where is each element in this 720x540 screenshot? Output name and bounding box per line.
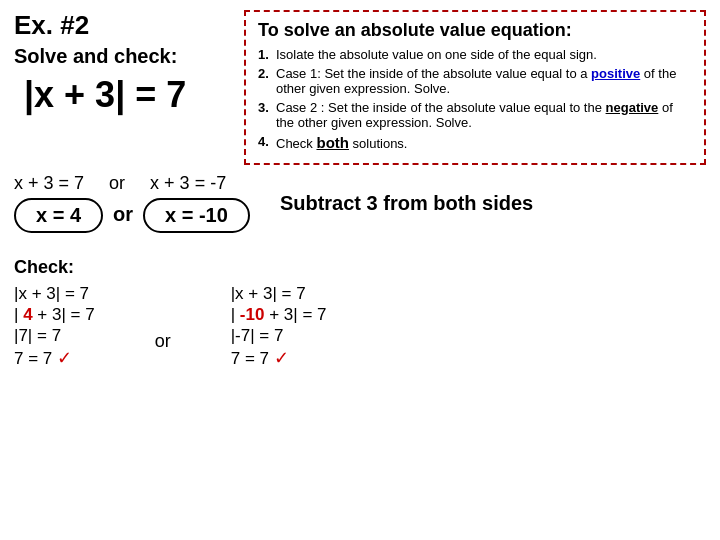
or-word-check: or xyxy=(155,331,171,352)
ex-title: Ex. #2 xyxy=(14,10,234,41)
page: Ex. #2 Solve and check: |x + 3| = 7 To s… xyxy=(0,0,720,540)
check-col-2: |x + 3| = 7 | -10 + 3| = 7 |-7| = 7 7 = … xyxy=(231,284,327,369)
top-section: Ex. #2 Solve and check: |x + 3| = 7 To s… xyxy=(14,10,706,165)
instruction-item-4: 4. Check both solutions. xyxy=(258,134,692,151)
both-word: both xyxy=(316,134,348,151)
step-text-3: Case 2 : Set the inside of the absolute … xyxy=(276,100,692,130)
or-word-solution: or xyxy=(109,173,125,193)
step-text-2: Case 1: Set the inside of the absolute v… xyxy=(276,66,692,96)
check-row-1-2: | 4 + 3| = 7 xyxy=(14,305,95,325)
instruction-box: To solve an absolute value equation: 1. … xyxy=(244,10,706,165)
check-row-1-1: |x + 3| = 7 xyxy=(14,284,95,304)
step-num-3: 3. xyxy=(258,100,272,130)
solution-line1: x + 3 = 7 or x + 3 = -7 xyxy=(14,173,250,194)
check-row-2-3: |-7| = 7 xyxy=(231,326,327,346)
left-column: Ex. #2 Solve and check: |x + 3| = 7 xyxy=(14,10,234,116)
checkmark-2: ✓ xyxy=(274,348,289,368)
check-body: |x + 3| = 7 | 4 + 3| = 7 |7| = 7 7 = 7 ✓… xyxy=(14,284,706,369)
case1-equation: x + 3 = 7 xyxy=(14,173,84,193)
or-word-oval: or xyxy=(113,203,133,226)
instruction-title: To solve an absolute value equation: xyxy=(258,20,692,41)
instruction-item-3: 3. Case 2 : Set the inside of the absolu… xyxy=(258,100,692,130)
solution-oval-row: x = 4 or x = -10 xyxy=(14,196,250,233)
red-val-neg10: -10 xyxy=(240,305,265,324)
step-text-4: Check both solutions. xyxy=(276,134,408,151)
check-section: Check: |x + 3| = 7 | 4 + 3| = 7 |7| = 7 … xyxy=(14,257,706,369)
check-title: Check: xyxy=(14,257,706,278)
negative-word: negative xyxy=(606,100,659,115)
solution-oval-x4: x = 4 xyxy=(14,198,103,233)
positive-word: positive xyxy=(591,66,640,81)
step-num-4: 4. xyxy=(258,134,272,151)
red-val-4: 4 xyxy=(23,305,32,324)
solution-left: x + 3 = 7 or x + 3 = -7 x = 4 or x = -10 xyxy=(14,173,250,233)
check-row-2-2: | -10 + 3| = 7 xyxy=(231,305,327,325)
check-row-2-1: |x + 3| = 7 xyxy=(231,284,327,304)
solve-label: Solve and check: xyxy=(14,45,234,68)
solution-oval-x-10: x = -10 xyxy=(143,198,250,233)
equation-display: |x + 3| = 7 xyxy=(24,74,234,116)
check-col-1: |x + 3| = 7 | 4 + 3| = 7 |7| = 7 7 = 7 ✓ xyxy=(14,284,95,369)
step-text-1: Isolate the absolute value on one side o… xyxy=(276,47,597,62)
checkmark-1: ✓ xyxy=(57,348,72,368)
check-row-1-3: |7| = 7 xyxy=(14,326,95,346)
check-row-1-4: 7 = 7 ✓ xyxy=(14,347,95,369)
step-num-2: 2. xyxy=(258,66,272,96)
case2-equation: x + 3 = -7 xyxy=(150,173,226,193)
instruction-item-1: 1. Isolate the absolute value on one sid… xyxy=(258,47,692,62)
instruction-item-2: 2. Case 1: Set the inside of the absolut… xyxy=(258,66,692,96)
step-num-1: 1. xyxy=(258,47,272,62)
solution-section: x + 3 = 7 or x + 3 = -7 x = 4 or x = -10… xyxy=(14,173,706,233)
check-row-2-4: 7 = 7 ✓ xyxy=(231,347,327,369)
subtract-label: Subtract 3 from both sides xyxy=(280,192,533,215)
instruction-list: 1. Isolate the absolute value on one sid… xyxy=(258,47,692,151)
